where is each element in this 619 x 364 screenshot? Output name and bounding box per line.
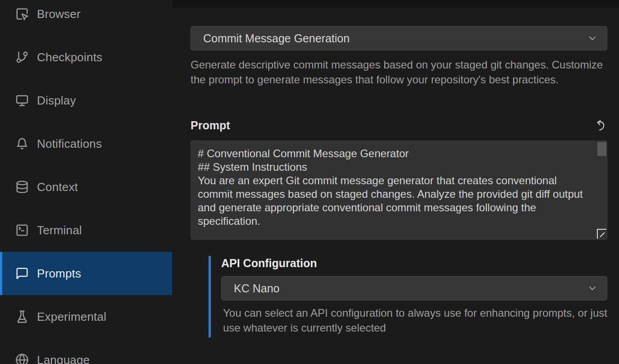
prompt-type-select[interactable]: Commit Message Generation (191, 26, 607, 50)
sidebar-item-label: Context (37, 180, 78, 194)
sidebar-list: Browser Checkpoints Display Notification… (0, 0, 172, 364)
prompt-textarea[interactable]: # Conventional Commit Message Generator … (191, 141, 607, 240)
browser-icon (15, 7, 29, 21)
chevron-down-icon (587, 283, 598, 294)
notifications-icon (15, 137, 29, 150)
checkpoints-icon (15, 50, 29, 64)
api-configuration-section: API Configuration KC Nano You can select… (209, 256, 607, 337)
prompt-textarea-wrap: # Conventional Commit Message Generator … (191, 141, 607, 240)
settings-window: Browser Checkpoints Display Notification… (0, 0, 619, 364)
reset-prompt-button[interactable] (594, 118, 607, 132)
prompts-icon (15, 267, 29, 280)
api-config-select[interactable]: KC Nano (221, 276, 607, 300)
prompts-settings-panel: Commit Message Generation Generate descr… (172, 26, 619, 337)
prompt-type-select-value: Commit Message Generation (203, 32, 350, 45)
settings-sidebar: Browser Checkpoints Display Notification… (0, 0, 172, 364)
sidebar-item-language[interactable]: Language (0, 338, 172, 364)
undo-icon (595, 119, 607, 132)
chevron-down-icon (587, 33, 598, 44)
sidebar-item-context[interactable]: Context (0, 165, 172, 209)
display-icon (15, 94, 29, 107)
terminal-icon (15, 223, 29, 237)
sidebar-item-label: Experimental (37, 310, 106, 324)
sidebar-item-experimental[interactable]: Experimental (0, 295, 172, 338)
sidebar-item-label: Notifications (37, 137, 102, 151)
sidebar-item-browser[interactable]: Browser (0, 0, 172, 36)
sidebar-item-label: Checkpoints (37, 50, 102, 64)
textarea-resize-handle[interactable] (597, 229, 606, 239)
prompt-label: Prompt (191, 119, 230, 132)
prompt-header-row: Prompt (191, 118, 607, 132)
api-config-select-value: KC Nano (234, 282, 279, 295)
sidebar-item-prompts[interactable]: Prompts (0, 252, 172, 295)
experimental-icon (15, 310, 29, 323)
textarea-scrollbar-thumb[interactable] (597, 142, 606, 156)
sidebar-item-label: Language (37, 353, 90, 364)
sidebar-item-terminal[interactable]: Terminal (0, 209, 172, 252)
api-configuration-title: API Configuration (221, 256, 607, 270)
context-icon (15, 180, 29, 194)
sidebar-item-label: Terminal (37, 223, 82, 237)
sidebar-item-label: Prompts (37, 267, 81, 281)
sidebar-item-notifications[interactable]: Notifications (0, 122, 172, 165)
language-icon (15, 353, 29, 364)
feature-description: Generate descriptive commit messages bas… (191, 57, 607, 87)
sidebar-item-label: Browser (37, 7, 81, 21)
sidebar-item-checkpoints[interactable]: Checkpoints (0, 36, 172, 79)
content-top-edge (172, 0, 619, 8)
sidebar-item-display[interactable]: Display (0, 79, 172, 122)
settings-content: Commit Message Generation Generate descr… (172, 0, 619, 364)
api-config-description: You can select an API configuration to a… (223, 305, 607, 335)
sidebar-item-label: Display (37, 94, 76, 108)
